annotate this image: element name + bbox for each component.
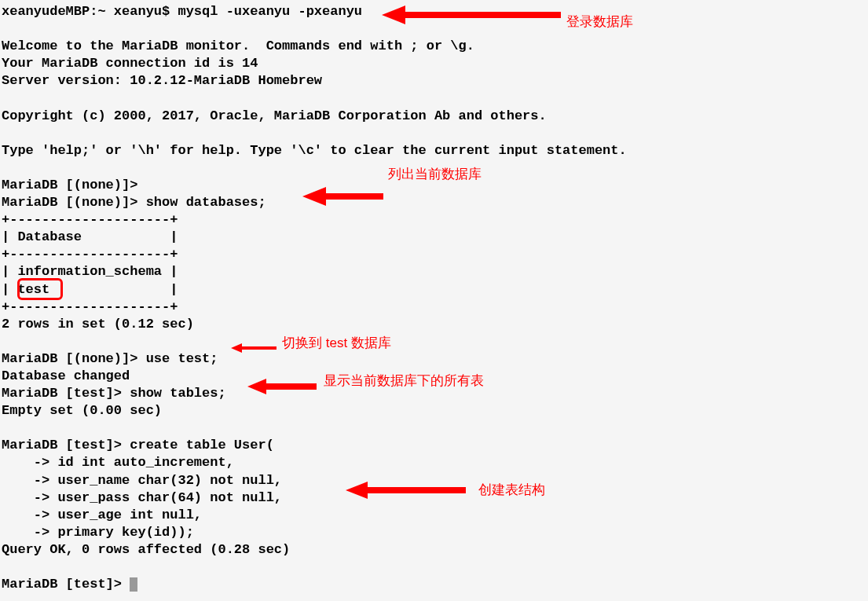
term-line: -> user_pass char(64) not null, <box>2 490 282 505</box>
arrow-icon <box>302 185 385 208</box>
term-line: MariaDB [test]> create table User( <box>2 438 274 453</box>
term-line: Copyright (c) 2000, 2017, Oracle, MariaD… <box>2 108 547 123</box>
term-line: MariaDB [(none)]> use test; <box>2 351 218 366</box>
term-line: MariaDB [(none)]> show databases; <box>2 195 266 210</box>
term-line: MariaDB [(none)]> <box>2 178 137 192</box>
arrow-icon <box>346 479 467 501</box>
svg-marker-3 <box>247 379 317 394</box>
cursor-icon <box>130 577 137 592</box>
term-line: -> primary key(id)); <box>2 525 194 540</box>
term-line: xeanyudeMBP:~ xeanyu$ mysql -uxeanyu -px… <box>2 4 362 19</box>
term-line: Your MariaDB connection id is 14 <box>2 56 258 71</box>
terminal-output[interactable]: xeanyudeMBP:~ xeanyu$ mysql -uxeanyu -px… <box>0 0 868 596</box>
svg-marker-1 <box>302 187 383 206</box>
term-line: Type 'help;' or '\h' for help. Type '\c'… <box>2 143 627 158</box>
term-line: +--------------------+ <box>2 212 178 227</box>
annotation-use-db: 切换到 test 数据库 <box>282 334 391 352</box>
term-line: 2 rows in set (0.12 sec) <box>2 317 194 332</box>
term-line: -> user_name char(32) not null, <box>2 473 282 488</box>
arrow-icon <box>382 3 562 27</box>
term-line: MariaDB [test]> <box>2 577 130 592</box>
highlight-circle-icon <box>17 278 63 300</box>
annotation-create-table: 创建表结构 <box>478 481 545 499</box>
term-line: -> user_age int null, <box>2 508 202 522</box>
svg-marker-0 <box>382 5 561 24</box>
term-line: Server version: 10.2.12-MariaDB Homebrew <box>2 73 322 88</box>
term-line: Welcome to the MariaDB monitor. Commands… <box>2 38 474 53</box>
term-line: MariaDB [test]> show tables; <box>2 386 226 401</box>
term-line: Database changed <box>2 368 130 383</box>
annotation-login-db: 登录数据库 <box>566 13 633 31</box>
term-line: Empty set (0.00 sec) <box>2 403 162 418</box>
annotation-show-tables: 显示当前数据库下的所有表 <box>324 372 484 390</box>
svg-marker-4 <box>346 482 466 499</box>
arrow-icon <box>247 377 318 396</box>
term-line: +--------------------+ <box>2 299 178 314</box>
term-line: | information_schema | <box>2 264 178 279</box>
term-line: | Database | <box>2 229 178 244</box>
term-line: +--------------------+ <box>2 247 178 262</box>
annotation-list-db: 列出当前数据库 <box>388 165 482 183</box>
term-line: -> id int auto_increment, <box>2 455 234 470</box>
svg-marker-2 <box>231 343 277 353</box>
arrow-icon <box>231 342 278 354</box>
term-line: Query OK, 0 rows affected (0.28 sec) <box>2 542 290 557</box>
